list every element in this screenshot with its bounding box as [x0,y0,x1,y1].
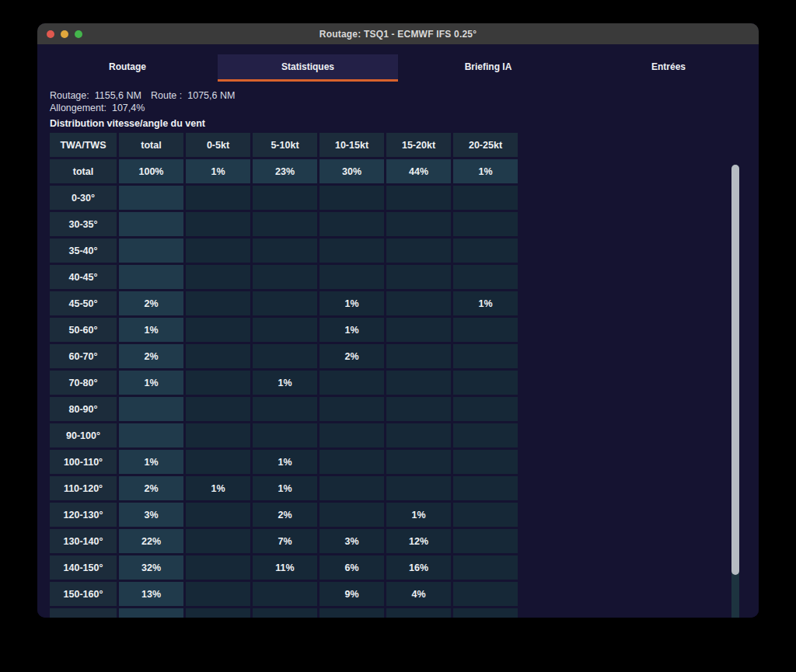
value-cell [253,186,317,210]
minimize-button[interactable] [61,30,68,38]
value-cell [386,291,451,315]
table-body: total100%1%23%30%44%1%0-30°30-35°35-40°4… [50,159,518,618]
value-cell: 11% [253,555,317,580]
main-area: Routage:1155,6 NMRoute :1075,6 NM Allong… [37,82,759,618]
tab-briefing-ia[interactable]: Briefing IA [398,54,578,82]
value-cell: 30% [319,159,384,183]
zoom-button[interactable] [75,30,82,38]
window-title: Routage: TSQ1 - ECMWF IFS 0.25° [319,29,477,40]
scrollbar-thumb[interactable] [731,165,739,575]
col-header: 20-25kt [453,133,518,157]
value-cell [119,265,183,289]
row-label: 40-45° [50,265,117,289]
value-cell [253,608,317,618]
value-cell [319,212,384,236]
row-label: 0-30° [50,186,117,210]
row-label [50,608,117,618]
table-row: 130-140°22%7%3%12% [50,529,518,553]
value-cell [186,265,250,289]
window-titlebar[interactable]: Routage: TSQ1 - ECMWF IFS 0.25° [37,23,759,44]
value-cell [186,371,250,395]
value-cell: 1% [386,503,451,527]
value-cell [386,318,451,342]
routage-label: Routage: [50,90,89,101]
table-row: 0-30° [50,186,518,210]
row-label: 50-60° [50,318,117,342]
route-value: 1075,6 NM [187,90,235,101]
value-cell [386,239,451,263]
value-cell: 32% [119,555,183,580]
section-title: Distribution vitesse/angle du vent [50,118,746,129]
value-cell: 4% [386,582,451,606]
scrollbar-track[interactable] [731,165,739,618]
value-cell [119,423,183,447]
row-label: 45-50° [50,291,117,315]
value-cell [453,555,518,580]
allongement-value: 107,4% [112,103,145,113]
table-row: 30-35° [50,212,518,236]
table-header: TWA/TWStotal0-5kt5-10kt10-15kt15-20kt20-… [50,133,518,157]
value-cell [453,529,518,553]
route-stats-line: Routage:1155,6 NMRoute :1075,6 NM [50,89,746,102]
value-cell: 1% [186,159,250,183]
route-label: Route : [151,90,182,101]
row-label: 60-70° [50,344,117,368]
row-label: 80-90° [50,397,117,421]
value-cell [453,397,518,421]
table-row: 120-130°3%2%1% [50,503,518,527]
value-cell [453,503,518,527]
value-cell [386,397,451,421]
table-row: 45-50°2%1%1% [50,291,518,315]
value-cell [453,582,518,606]
value-cell [453,318,518,342]
value-cell: 6% [319,555,384,580]
value-cell: 1% [253,450,317,474]
tab-entr-es[interactable]: Entrées [578,54,759,82]
tab-routage[interactable]: Routage [37,54,218,82]
value-cell [186,212,250,236]
value-cell [253,344,317,368]
value-cell [386,344,451,368]
row-label: 110-120° [50,476,117,500]
close-button[interactable] [47,30,54,38]
value-cell [186,239,250,263]
value-cell [453,423,518,447]
value-cell [186,423,250,447]
value-cell [253,239,317,263]
value-cell [453,186,518,210]
allongement-line: Allongement:107,4% [50,102,746,114]
value-cell [453,450,518,474]
value-cell: 1% [319,318,384,342]
row-label: 120-130° [50,503,117,527]
col-header: 5-10kt [253,133,317,157]
table-row: 140-150°32%11%6%16% [50,555,518,580]
value-cell [319,239,384,263]
value-cell [386,608,451,618]
value-cell [186,503,250,527]
col-header: 0-5kt [186,133,250,157]
window-content: RoutageStatistiquesBriefing IAEntrées Ro… [37,54,759,618]
value-cell: 1% [453,159,518,183]
value-cell [186,397,250,421]
value-cell [119,212,183,236]
value-cell: 2% [253,503,317,527]
value-cell [386,186,451,210]
value-cell: 100% [119,159,183,183]
table-row: 50-60°1%1% [50,318,518,342]
value-cell [253,397,317,421]
value-cell: 9% [319,582,384,606]
value-cell: 3% [319,529,384,553]
value-cell: 1% [119,371,183,395]
value-cell [386,476,451,500]
table-row-partial [50,608,518,618]
value-cell: 13% [119,582,183,606]
value-cell: 2% [319,344,384,368]
tab-statistiques[interactable]: Statistiques [218,54,398,82]
value-cell [186,529,250,553]
col-header: TWA/TWS [50,133,117,157]
value-cell [386,371,451,395]
app-window: Routage: TSQ1 - ECMWF IFS 0.25° RoutageS… [37,23,759,618]
desktop-background: Routage: TSQ1 - ECMWF IFS 0.25° RoutageS… [0,0,796,672]
value-cell [253,291,317,315]
row-label: 150-160° [50,582,117,606]
